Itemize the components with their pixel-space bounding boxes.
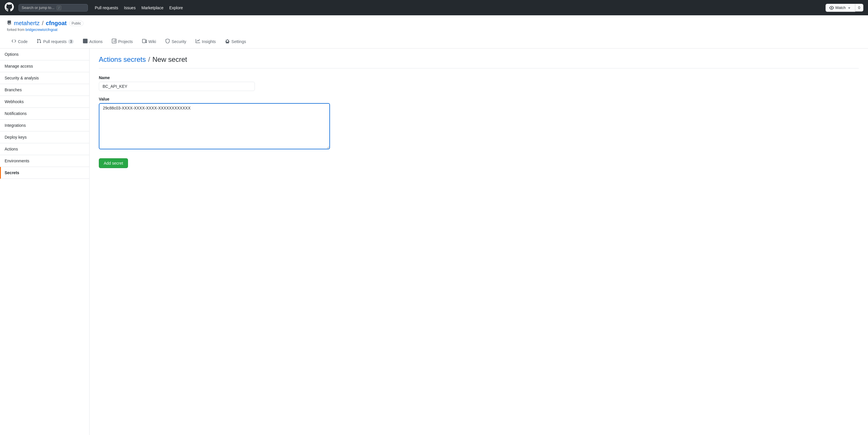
watch-button-group: Watch 0 bbox=[826, 4, 863, 12]
tab-pr-label: Pull requests bbox=[43, 39, 66, 44]
name-input[interactable] bbox=[99, 82, 255, 91]
repo-owner[interactable]: metahertz bbox=[14, 20, 39, 27]
repo-icon bbox=[7, 21, 11, 26]
heading-title: New secret bbox=[152, 56, 187, 64]
sidebar-item-security-analysis[interactable]: Security & analysis bbox=[0, 72, 89, 84]
sidebar-item-integrations[interactable]: Integrations bbox=[0, 120, 89, 131]
sidebar-item-notifications[interactable]: Notifications bbox=[0, 108, 89, 120]
sidebar-item-deploy-keys[interactable]: Deploy keys bbox=[0, 131, 89, 143]
repo-slash: / bbox=[42, 20, 43, 27]
sidebar-item-options[interactable]: Options bbox=[0, 49, 89, 60]
sidebar-item-secrets[interactable]: Secrets bbox=[0, 167, 89, 179]
sidebar-item-branches[interactable]: Branches bbox=[0, 84, 89, 96]
sidebar-item-environments[interactable]: Environments bbox=[0, 155, 89, 167]
page-heading: Actions secrets / New secret bbox=[99, 56, 859, 68]
settings-icon bbox=[225, 39, 230, 44]
tab-insights[interactable]: Insights bbox=[191, 35, 220, 48]
tab-code[interactable]: Code bbox=[7, 35, 32, 48]
heading-separator: / bbox=[148, 56, 150, 64]
public-badge: Public bbox=[69, 21, 84, 26]
repo-header: metahertz / cfngoat Public forked from b… bbox=[0, 15, 868, 49]
search-placeholder: Search or jump to... bbox=[22, 5, 54, 10]
add-secret-button[interactable]: Add secret bbox=[99, 158, 128, 168]
nav-explore[interactable]: Explore bbox=[169, 5, 183, 10]
nav-marketplace[interactable]: Marketplace bbox=[141, 5, 163, 10]
value-label: Value bbox=[99, 97, 859, 101]
value-field-group: Value bbox=[99, 97, 859, 150]
tab-projects-label: Projects bbox=[118, 39, 133, 44]
tab-security-label: Security bbox=[172, 39, 186, 44]
sidebar-item-webhooks[interactable]: Webhooks bbox=[0, 96, 89, 108]
top-nav: Search or jump to... / Pull requests Iss… bbox=[0, 0, 868, 15]
settings-sidebar: Options Manage access Security & analysi… bbox=[0, 49, 90, 435]
tab-actions-label: Actions bbox=[89, 39, 102, 44]
tab-nav: Code Pull requests 3 Actions Projects bbox=[7, 35, 861, 48]
security-icon bbox=[165, 39, 170, 44]
tab-settings[interactable]: Settings bbox=[220, 35, 251, 48]
top-nav-links: Pull requests Issues Marketplace Explore bbox=[95, 5, 183, 10]
heading-link[interactable]: Actions secrets bbox=[99, 56, 146, 64]
forked-from-link[interactable]: bridgecrewio/cfngoat bbox=[25, 28, 58, 32]
repo-title: metahertz / cfngoat Public bbox=[7, 20, 861, 27]
tab-security[interactable]: Security bbox=[161, 35, 191, 48]
pr-icon bbox=[37, 39, 41, 44]
sidebar-item-actions[interactable]: Actions bbox=[0, 143, 89, 155]
projects-icon bbox=[112, 39, 117, 44]
tab-code-label: Code bbox=[18, 39, 27, 44]
value-textarea[interactable] bbox=[99, 103, 330, 149]
tab-pull-requests[interactable]: Pull requests 3 bbox=[32, 35, 78, 48]
name-field-group: Name bbox=[99, 75, 859, 91]
tab-wiki[interactable]: Wiki bbox=[137, 35, 161, 48]
github-logo-icon[interactable] bbox=[5, 2, 14, 13]
nav-issues[interactable]: Issues bbox=[124, 5, 135, 10]
watch-count[interactable]: 0 bbox=[855, 4, 863, 11]
tab-wiki-label: Wiki bbox=[149, 39, 156, 44]
tab-projects[interactable]: Projects bbox=[107, 35, 137, 48]
search-box[interactable]: Search or jump to... / bbox=[19, 4, 88, 11]
watch-button[interactable]: Watch bbox=[826, 4, 855, 12]
sidebar-item-manage-access[interactable]: Manage access bbox=[0, 60, 89, 72]
wiki-icon bbox=[142, 39, 147, 44]
repo-name[interactable]: cfngoat bbox=[46, 20, 67, 27]
name-label: Name bbox=[99, 75, 859, 80]
page-body: Options Manage access Security & analysi… bbox=[0, 49, 868, 435]
actions-icon bbox=[83, 39, 88, 44]
tab-actions[interactable]: Actions bbox=[78, 35, 107, 48]
watch-label: Watch bbox=[835, 5, 845, 10]
insights-icon bbox=[196, 39, 200, 44]
tab-settings-label: Settings bbox=[231, 39, 246, 44]
code-icon bbox=[11, 39, 16, 44]
tab-insights-label: Insights bbox=[202, 39, 216, 44]
tab-pr-count: 3 bbox=[68, 39, 74, 44]
main-content: Actions secrets / New secret Name Value … bbox=[90, 49, 868, 435]
forked-from: forked from bridgecrewio/cfngoat bbox=[7, 28, 861, 32]
nav-pull-requests[interactable]: Pull requests bbox=[95, 5, 118, 10]
search-kbd: / bbox=[57, 5, 61, 10]
